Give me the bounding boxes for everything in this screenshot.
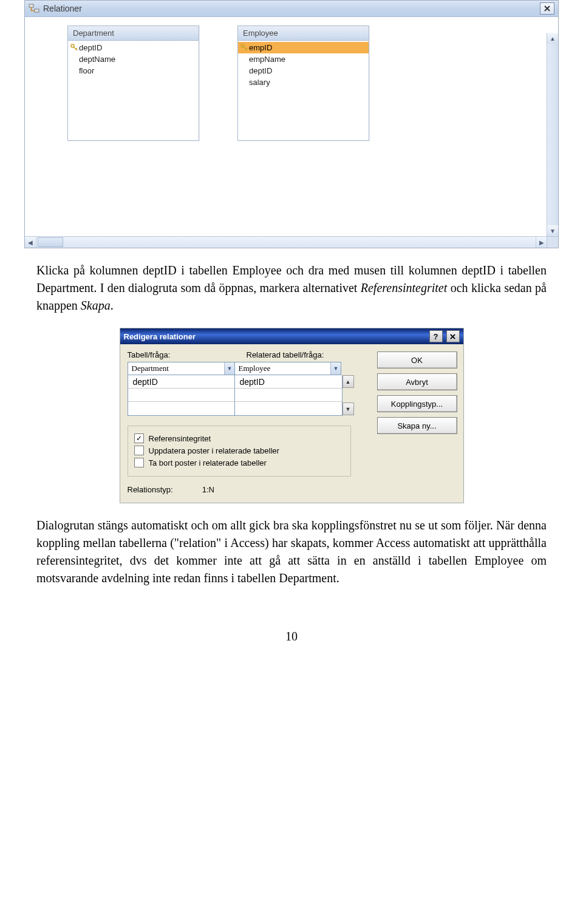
map-empty-cell[interactable] [128,402,235,415]
key-icon [240,44,248,51]
relationtype-label: Relationstyp: [128,485,173,494]
relations-icon [29,3,39,14]
create-new-button[interactable]: Skapa ny... [377,417,457,434]
close-button[interactable] [446,330,460,342]
relations-body: Department deptID deptName floor Employe… [25,17,558,248]
checkbox-row[interactable]: Ta bort poster i relaterade tabeller [134,458,344,467]
chevron-down-icon[interactable]: ▼ [330,362,340,375]
map-right-cell[interactable]: deptID [235,375,342,389]
paragraph-italic: Skapa [81,299,111,312]
options-fieldset: ✓ Referensintegritet Uppdatera poster i … [128,426,351,477]
paragraph-italic: Referensintegritet [361,281,448,294]
dialog-titlebar[interactable]: Redigera relationer ? [120,328,463,344]
checkbox-row[interactable]: ✓ Referensintegritet [134,433,344,443]
page-number: 10 [0,630,583,644]
scroll-up-button[interactable]: ▲ [343,375,354,388]
horizontal-scrollbar[interactable]: ◀ ▶ [25,236,547,248]
map-left-cell[interactable]: deptID [128,375,235,389]
field-label: empName [249,55,285,64]
table-field-list: empID empName deptID salary [238,41,369,140]
scroll-down-button[interactable]: ▼ [343,403,354,415]
checkbox-row[interactable]: Uppdatera poster i relaterade tabeller [134,446,344,455]
relations-titlebar[interactable]: Relationer [25,1,558,17]
edit-relations-dialog: Redigera relationer ? Tabell/fråga: Rela… [120,328,464,503]
checkbox-label: Uppdatera poster i relaterade tabeller [149,446,279,455]
relations-close-button[interactable] [540,2,554,15]
key-icon [70,44,78,51]
checkbox[interactable]: ✓ [134,433,144,443]
scroll-left-button[interactable]: ◀ [25,237,36,248]
table-combo-input[interactable] [128,362,225,375]
field-label: floor [79,66,94,75]
help-button[interactable]: ? [429,330,443,342]
table-field[interactable]: deptName [68,53,199,65]
relations-title: Relationer [43,4,82,13]
table-label: Tabell/fråga: [128,350,234,359]
map-empty-cell[interactable] [128,389,235,402]
checkbox[interactable] [134,458,144,467]
field-label: empID [249,43,272,52]
table-field[interactable]: deptID [68,42,199,53]
table-field-list: deptID deptName floor [68,41,199,140]
table-header[interactable]: Employee [238,26,369,41]
table-combo[interactable]: ▼ [128,362,234,375]
checkbox[interactable] [134,446,144,455]
related-table-label: Relaterad tabell/fråga: [247,350,324,359]
dialog-title: Redigera relationer [124,332,196,341]
table-field[interactable]: deptID [238,65,369,76]
scroll-thumb[interactable] [38,237,63,247]
relations-window: Relationer Department deptID deptName fl… [24,0,559,248]
table-field[interactable]: floor [68,65,199,76]
map-empty-cell[interactable] [235,402,342,415]
mapping-scrollbar[interactable]: ▲ ▼ [343,375,354,415]
field-label: deptID [79,43,102,52]
checkbox-label: Referensintegritet [149,434,211,443]
table-field[interactable]: empID [238,42,369,53]
paragraph-1: Klicka på kolumnen deptID i tabellen Emp… [36,262,547,314]
related-table-combo[interactable]: ▼ [234,362,341,375]
scroll-down-button[interactable]: ▼ [547,225,558,236]
field-label: salary [249,78,270,87]
svg-rect-1 [35,9,39,12]
relationtype-value: 1:N [202,485,214,494]
table-field[interactable]: empName [238,53,369,65]
ok-button[interactable]: OK [377,352,457,369]
svg-rect-0 [29,4,33,7]
scroll-up-button[interactable]: ▲ [547,33,558,44]
chevron-down-icon[interactable]: ▼ [224,362,234,375]
checkbox-label: Ta bort poster i relaterade tabeller [149,458,267,467]
paragraph-2: Dialogrutan stängs automatiskt och om al… [36,517,547,587]
cancel-button[interactable]: Avbryt [377,373,457,390]
field-label: deptName [79,55,115,64]
map-empty-cell[interactable] [235,389,342,402]
paragraph-text: . [111,299,114,312]
vertical-scrollbar[interactable]: ▲ ▼ [547,33,558,236]
table-box-employee[interactable]: Employee empID empName deptID salary [237,25,369,141]
table-field[interactable]: salary [238,76,369,88]
related-table-combo-input[interactable] [235,362,331,375]
scroll-right-button[interactable]: ▶ [536,237,547,248]
scroll-corner [547,236,558,248]
field-label: deptID [249,66,272,75]
jointype-button[interactable]: Kopplingstyp... [377,395,457,412]
field-mapping-grid[interactable]: deptID deptID ▲ ▼ [128,375,343,416]
table-box-department[interactable]: Department deptID deptName floor [67,25,199,141]
table-header[interactable]: Department [68,26,199,41]
